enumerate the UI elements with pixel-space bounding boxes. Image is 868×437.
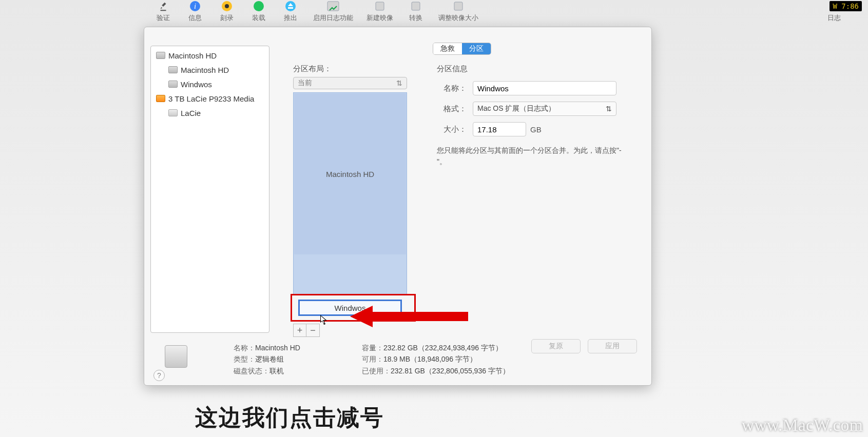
svg-point-4	[254, 1, 264, 11]
partition-info: 分区信息 名称： 格式： Mac OS 扩展（日志式） ⇅ 大小： GB 您只能…	[437, 64, 636, 168]
chevron-updown-icon: ⇅	[606, 105, 612, 113]
help-button[interactable]: ?	[153, 370, 165, 381]
format-label: 格式：	[437, 104, 467, 114]
convert-button[interactable]: 转换	[407, 0, 425, 23]
tab-partition[interactable]: 分区	[462, 43, 491, 54]
sidebar-item-lacie[interactable]: LaCie	[151, 106, 269, 120]
sidebar-item-mac-hd-vol[interactable]: Macintosh HD	[151, 63, 269, 77]
disk-utility-window: Macintosh HD Macintosh HD Windwos 3 TB L…	[144, 27, 652, 386]
burn-button[interactable]: 刻录	[218, 0, 236, 23]
svg-text:i: i	[194, 2, 196, 10]
hd-icon	[156, 52, 165, 59]
resize-icon	[449, 0, 468, 12]
journal-icon	[324, 0, 342, 12]
remove-partition-button[interactable]: −	[306, 324, 320, 337]
toolbar: 验证 i 信息 刻录 装载 推出 启用日志功能 新建映像 转换 调整映像大小	[154, 0, 492, 23]
svg-point-3	[225, 4, 229, 8]
convert-icon	[407, 0, 425, 12]
layout-title: 分区布局：	[293, 64, 427, 74]
info-title: 分区信息	[437, 64, 636, 74]
sidebar-item-windows[interactable]: Windwos	[151, 77, 269, 91]
ext-hd-icon	[156, 95, 165, 102]
tab-segment: 急救 分区	[433, 43, 491, 55]
disk-icon	[165, 345, 187, 368]
size-label: 大小：	[437, 125, 467, 134]
content-pane: 急救 分区 分区布局： 当前 ⇅ Macintosh HD Windwos + …	[283, 41, 641, 375]
resize-image-button[interactable]: 调整映像大小	[438, 0, 478, 23]
new-image-button[interactable]: 新建映像	[367, 0, 393, 23]
add-partition-button[interactable]: +	[293, 324, 306, 337]
sidebar-item-mac-hd[interactable]: Macintosh HD	[151, 48, 269, 63]
info-button[interactable]: i 信息	[186, 0, 204, 23]
add-remove-row: + −	[293, 324, 320, 337]
partition-main[interactable]: Macintosh HD	[294, 93, 406, 254]
annotation-arrow	[350, 309, 468, 324]
tab-first-aid[interactable]: 急救	[433, 43, 462, 54]
eject-icon	[281, 0, 300, 12]
svg-rect-8	[412, 2, 420, 10]
watermark: www.MacW.com	[742, 415, 863, 435]
size-unit: GB	[530, 125, 542, 134]
name-label: 名称：	[437, 84, 467, 93]
newimage-icon	[371, 0, 389, 12]
info-icon: i	[186, 0, 204, 12]
enable-journal-button[interactable]: 启用日志功能	[313, 0, 353, 23]
burn-icon	[218, 0, 236, 12]
cursor-icon	[320, 315, 327, 325]
chevron-updown-icon: ⇅	[396, 79, 402, 87]
svg-rect-7	[376, 2, 384, 10]
subtitle-overlay: 这边我们点击减号	[195, 403, 384, 433]
format-select[interactable]: Mac OS 扩展（日志式） ⇅	[473, 102, 616, 116]
name-input[interactable]	[473, 81, 616, 95]
mount-button[interactable]: 装载	[249, 0, 268, 23]
hd-icon	[168, 66, 178, 73]
merge-hint: 您只能将此分区与其前面的一个分区合并。为此，请点按"-"。	[437, 145, 622, 168]
microscope-icon	[154, 0, 172, 12]
hd-icon	[168, 109, 178, 116]
mount-icon	[249, 0, 268, 12]
verify-button[interactable]: 验证	[154, 0, 172, 23]
svg-rect-9	[454, 2, 462, 10]
disk-summary: 名称：Macintosh HD 类型：逻辑卷组 磁盘状态：联机 容量：232.8…	[165, 342, 631, 382]
size-input[interactable]	[473, 122, 526, 136]
partition-layout: 分区布局： 当前 ⇅ Macintosh HD Windwos	[293, 64, 427, 295]
layout-select[interactable]: 当前 ⇅	[293, 77, 407, 89]
disk-sidebar: Macintosh HD Macintosh HD Windwos 3 TB L…	[150, 46, 269, 333]
eject-button[interactable]: 推出	[281, 0, 300, 23]
partition-map[interactable]: Macintosh HD Windwos	[293, 92, 407, 295]
clock-badge: W 7:86	[830, 1, 862, 11]
hd-icon	[168, 81, 178, 88]
sidebar-item-lacie-media[interactable]: 3 TB LaCie P9233 Media	[151, 91, 269, 106]
